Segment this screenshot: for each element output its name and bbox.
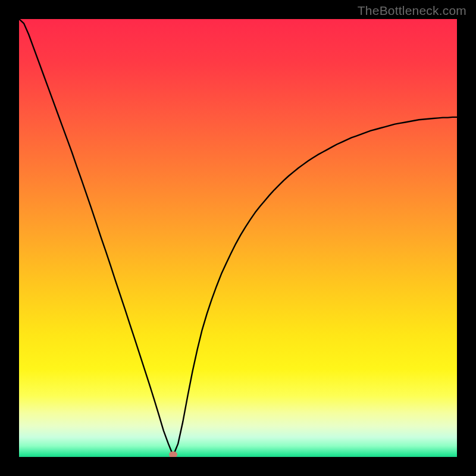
watermark-text: TheBottleneck.com	[358, 4, 466, 18]
curve-line	[19, 19, 457, 457]
plot-area	[19, 19, 457, 457]
chart-frame: TheBottleneck.com	[0, 0, 476, 476]
minimum-marker	[169, 451, 177, 457]
